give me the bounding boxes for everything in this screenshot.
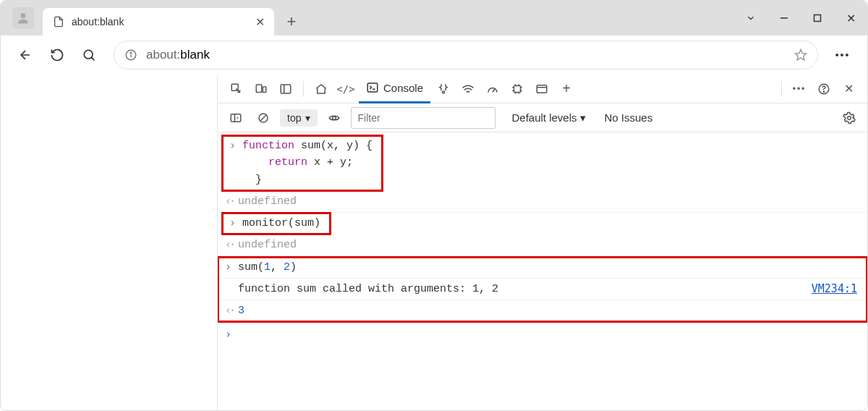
input-marker [229,137,242,154]
console-row: undefined [218,191,867,213]
address-bar[interactable]: about:blank [114,41,818,69]
console-output: undefined [238,193,857,210]
svg-point-0 [21,13,26,18]
svg-rect-9 [256,85,262,93]
console-row: function sum(x, y) { return x + y; } [222,135,383,191]
window-maximize-button[interactable] [801,1,834,35]
svg-rect-11 [281,85,291,93]
input-marker [225,259,238,276]
console-input-code: sum(1, 2) [238,259,857,276]
window-close-button[interactable]: ✕ [834,1,867,35]
console-settings-icon[interactable] [838,107,860,129]
log-levels[interactable]: Default levels ▾ [511,111,585,124]
svg-point-29 [823,91,824,92]
console-tab-label: Console [383,82,423,94]
page-icon [53,16,64,27]
toggle-sidebar-icon[interactable] [225,107,247,129]
svg-line-33 [260,115,266,121]
svg-line-16 [493,89,495,93]
browser-titlebar: about:blank ✕ + ✕ [1,1,867,35]
issues-status[interactable]: No Issues [605,111,653,124]
devtools-more-icon[interactable]: ••• [788,77,811,101]
more-tabs-icon[interactable]: + [555,77,578,101]
svg-rect-17 [514,85,521,92]
console-row: 3 [218,300,867,322]
browser-toolbar: about:blank ••• [1,35,867,75]
url-text: about:blank [146,48,210,62]
devtools-panel: </> Console + ••• ✕ [218,75,867,410]
console-output: 3 [238,302,857,319]
memory-tab-icon[interactable] [506,77,529,101]
output-marker [225,193,238,210]
network-tab-icon[interactable] [456,77,480,101]
console-tab[interactable]: Console [359,75,430,103]
favorite-icon[interactable] [794,48,807,62]
console-row: sum(1, 2) [218,257,867,279]
filter-input[interactable] [351,107,495,129]
back-button[interactable] [11,41,40,69]
more-icon[interactable]: ••• [828,41,857,69]
browser-tab[interactable]: about:blank ✕ [43,8,274,35]
svg-point-3 [84,50,93,59]
svg-rect-10 [263,87,266,93]
reload-button[interactable] [43,41,72,69]
svg-rect-2 [814,15,821,22]
svg-rect-13 [367,83,378,92]
devtools-tabbar: </> Console + ••• ✕ [218,75,867,103]
output-marker [225,237,238,253]
device-toggle-icon[interactable] [250,77,273,101]
tab-title: about:blank [72,16,254,27]
inspect-icon[interactable] [225,77,248,101]
console-prompt[interactable] [218,322,867,347]
devtools-close-icon[interactable]: ✕ [837,77,860,101]
sources-tab-icon[interactable] [432,77,455,101]
console-row: monitor(sum) [222,213,331,234]
search-button[interactable] [75,41,103,69]
clear-console-icon[interactable] [252,107,274,129]
tab-close-icon[interactable]: ✕ [254,15,265,29]
performance-tab-icon[interactable] [481,77,504,101]
site-info-icon[interactable] [124,48,137,62]
caret-down-icon: ▾ [580,111,586,124]
page-content [1,75,218,410]
svg-marker-7 [796,50,807,60]
elements-tab-icon[interactable]: </> [334,77,357,101]
profile-avatar[interactable] [12,7,34,29]
console-row: function sum called with arguments: 1, 2… [218,279,867,300]
svg-point-34 [333,116,336,119]
svg-point-15 [443,91,445,93]
console-toolbar: top ▾ Default levels ▾ No Issues [218,103,867,132]
application-tab-icon[interactable] [530,77,553,101]
console-output: function sum called with arguments: 1, 2 [238,281,812,297]
context-selector[interactable]: top ▾ [280,109,318,127]
window-minimize-button[interactable] [767,1,801,35]
input-marker [229,215,242,232]
svg-rect-30 [231,114,241,122]
console-row: undefined [218,234,867,256]
svg-rect-26 [537,85,547,93]
chevron-down-icon[interactable] [734,1,767,35]
svg-point-35 [848,116,851,119]
live-expression-icon[interactable] [323,107,345,129]
console-log-area[interactable]: function sum(x, y) { return x + y; }unde… [218,132,867,410]
console-input-code: monitor(sum) [242,215,320,232]
dock-side-icon[interactable] [274,77,297,101]
context-label: top [287,112,301,124]
help-icon[interactable] [812,77,835,101]
new-tab-button[interactable]: + [278,8,305,35]
welcome-tab-icon[interactable] [310,77,333,101]
svg-point-6 [130,52,132,54]
caret-down-icon: ▾ [305,112,310,124]
output-marker [225,302,238,319]
console-output: undefined [238,237,857,253]
source-link[interactable]: VM234:1 [812,281,857,297]
console-input-code: function sum(x, y) { return x + y; } [242,137,373,188]
